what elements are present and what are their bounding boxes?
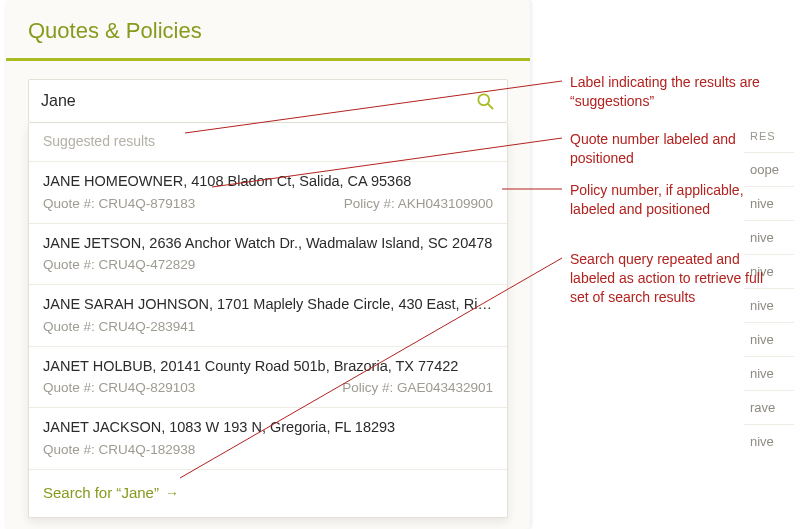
policy-number: GAE043432901 bbox=[397, 380, 493, 395]
suggestion-name-address: JANET HOLBUB, 20141 County Road 501b, Br… bbox=[43, 357, 493, 377]
search-for-prefix: Search for “ bbox=[43, 484, 121, 501]
policy-number: AKH043109900 bbox=[398, 196, 493, 211]
svg-line-1 bbox=[488, 104, 493, 109]
suggestion-item[interactable]: JANE JETSON, 2636 Anchor Watch Dr., Wadm… bbox=[29, 223, 507, 285]
quote-label: Quote #: bbox=[43, 442, 99, 457]
suggestion-meta: Quote #: CRU4Q-182938 bbox=[43, 442, 493, 457]
search-for-suffix: ” bbox=[154, 484, 159, 501]
quote-number: CRU4Q-472829 bbox=[99, 257, 196, 272]
quote-number: CRU4Q-829103 bbox=[99, 380, 196, 395]
annotation-search-action: Search query repeated and labeled as act… bbox=[570, 250, 780, 307]
search-input[interactable] bbox=[41, 92, 467, 110]
page-title: Quotes & Policies bbox=[6, 0, 530, 58]
suggestion-item[interactable]: JANET HOLBUB, 20141 County Road 501b, Br… bbox=[29, 346, 507, 408]
search-for-action[interactable]: Search for “Jane”→ bbox=[29, 469, 507, 517]
quote-number: CRU4Q-879183 bbox=[99, 196, 196, 211]
bg-row: rave bbox=[744, 390, 794, 424]
suggestion-name-address: JANE SARAH JOHNSON, 1701 Maplely Shade C… bbox=[43, 295, 493, 315]
annotation-policy-number: Policy number, if applicable, labeled an… bbox=[570, 181, 780, 219]
bg-row: nive bbox=[744, 356, 794, 390]
bg-row: nive bbox=[744, 322, 794, 356]
search-for-query: Jane bbox=[121, 484, 154, 501]
quote-label: Quote #: bbox=[43, 257, 99, 272]
suggestion-name-address: JANE JETSON, 2636 Anchor Watch Dr., Wadm… bbox=[43, 234, 493, 254]
arrow-right-icon: → bbox=[165, 485, 179, 501]
quote-number: CRU4Q-182938 bbox=[99, 442, 196, 457]
title-rule bbox=[6, 58, 530, 61]
suggestion-meta: Quote #: CRU4Q-829103 Policy #: GAE04343… bbox=[43, 380, 493, 395]
suggestion-meta: Quote #: CRU4Q-283941 bbox=[43, 319, 493, 334]
search-box[interactable] bbox=[28, 79, 508, 123]
quote-label: Quote #: bbox=[43, 196, 99, 211]
annotation-suggestions-label: Label indicating the results are “sugges… bbox=[570, 73, 780, 111]
suggestion-item[interactable]: JANE HOMEOWNER, 4108 Bladon Ct, Salida, … bbox=[29, 161, 507, 223]
policy-label: Policy #: bbox=[342, 380, 397, 395]
suggestion-meta: Quote #: CRU4Q-879183 Policy #: AKH04310… bbox=[43, 196, 493, 211]
suggestion-item[interactable]: JANET JACKSON, 1083 W 193 N, Gregoria, F… bbox=[29, 407, 507, 469]
search-wrap: Suggested results JANE HOMEOWNER, 4108 B… bbox=[28, 79, 508, 123]
suggestions-dropdown: Suggested results JANE HOMEOWNER, 4108 B… bbox=[28, 123, 508, 518]
quote-label: Quote #: bbox=[43, 380, 99, 395]
quote-number: CRU4Q-283941 bbox=[99, 319, 196, 334]
annotation-quote-number: Quote number labeled and positioned bbox=[570, 130, 780, 168]
suggestion-meta: Quote #: CRU4Q-472829 bbox=[43, 257, 493, 272]
quote-label: Quote #: bbox=[43, 319, 99, 334]
search-icon[interactable] bbox=[475, 91, 495, 111]
bg-row: nive bbox=[744, 424, 794, 458]
quotes-panel: Quotes & Policies Suggested results JANE… bbox=[6, 0, 530, 529]
suggestions-header-label: Suggested results bbox=[29, 123, 507, 161]
suggestion-name-address: JANET JACKSON, 1083 W 193 N, Gregoria, F… bbox=[43, 418, 493, 438]
suggestion-name-address: JANE HOMEOWNER, 4108 Bladon Ct, Salida, … bbox=[43, 172, 493, 192]
bg-row: nive bbox=[744, 220, 794, 254]
policy-label: Policy #: bbox=[344, 196, 398, 211]
suggestion-item[interactable]: JANE SARAH JOHNSON, 1701 Maplely Shade C… bbox=[29, 284, 507, 346]
